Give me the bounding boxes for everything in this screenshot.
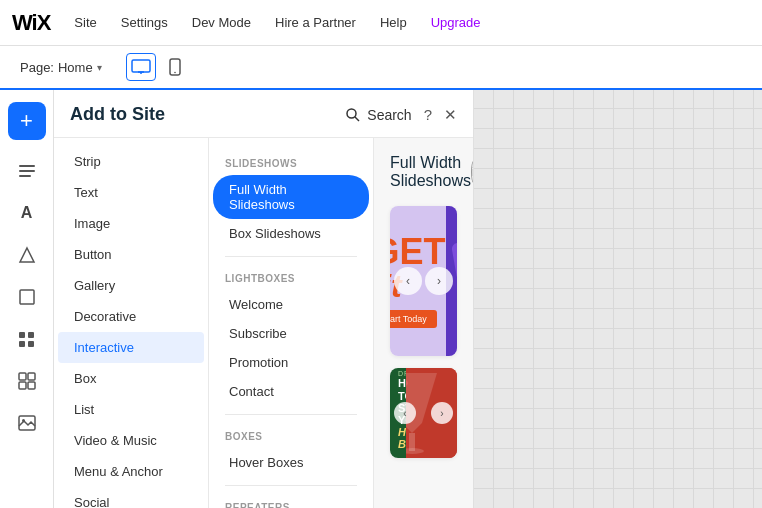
svg-line-21 <box>355 117 359 121</box>
slideshow-preview-card-2[interactable]: ‹ DRINK HOW TO STOCK YOUR Home Bar <box>390 368 457 458</box>
nav-settings[interactable]: Settings <box>121 15 168 30</box>
apps-icon[interactable] <box>8 320 46 358</box>
sub-box-slideshows[interactable]: Box Slideshows <box>213 219 369 248</box>
more-icon[interactable] <box>8 362 46 400</box>
nav-help[interactable]: Help <box>380 15 407 30</box>
svg-rect-13 <box>28 341 34 347</box>
sub-panel: SLIDESHOWS Full Width Slideshows Box Sli… <box>209 138 374 508</box>
text-icon[interactable]: A <box>8 194 46 232</box>
slideshow-prev-button[interactable]: ‹ <box>394 267 422 295</box>
section-divider-1 <box>225 256 357 257</box>
sub-subscribe[interactable]: Subscribe <box>213 319 369 348</box>
svg-rect-15 <box>28 373 35 380</box>
nav-site[interactable]: Site <box>74 15 96 30</box>
hover-prev-button[interactable]: ‹ <box>394 402 416 424</box>
cat-interactive[interactable]: Interactive <box>58 332 204 363</box>
help-icon[interactable]: ? <box>424 106 432 123</box>
preview-header: Full Width Slideshows i <box>390 154 457 190</box>
preview-area: Full Width Slideshows i ‹ GET fit Start … <box>374 138 473 508</box>
shape-icon[interactable] <box>8 278 46 316</box>
search-label: Search <box>367 107 411 123</box>
panel-header-icons: Search ? ✕ <box>345 106 457 124</box>
canvas-area <box>474 90 762 508</box>
section-title-repeaters: REPEATERS <box>209 494 373 508</box>
close-icon[interactable]: ✕ <box>444 106 457 124</box>
icon-sidebar: + A <box>0 90 54 508</box>
slideshow-next-button[interactable]: › <box>425 267 453 295</box>
cat-gallery[interactable]: Gallery <box>58 270 204 301</box>
add-button[interactable]: + <box>8 102 46 140</box>
svg-rect-14 <box>19 373 26 380</box>
cat-video-music[interactable]: Video & Music <box>58 425 204 456</box>
pages-icon[interactable] <box>8 152 46 190</box>
desktop-view-button[interactable] <box>126 53 156 81</box>
add-to-site-panel: Add to Site Search ? ✕ Strip Text Image <box>54 90 474 508</box>
cat-button[interactable]: Button <box>58 239 204 270</box>
cat-text[interactable]: Text <box>58 177 204 208</box>
panel-title: Add to Site <box>70 104 165 125</box>
svg-rect-16 <box>19 382 26 389</box>
page-selector[interactable]: Page: Home ▾ <box>12 56 110 79</box>
search-button[interactable]: Search <box>345 107 411 123</box>
section-title-slideshows: SLIDESHOWS <box>209 150 373 175</box>
chevron-down-icon: ▾ <box>97 62 102 73</box>
mobile-view-button[interactable] <box>160 53 190 81</box>
panel-body: Strip Text Image Button Gallery Decorati… <box>54 138 473 508</box>
nav-upgrade[interactable]: Upgrade <box>431 15 481 30</box>
svg-point-4 <box>174 72 176 74</box>
sub-contact[interactable]: Contact <box>213 377 369 406</box>
cat-image[interactable]: Image <box>58 208 204 239</box>
page-label: Page: <box>20 60 54 75</box>
svg-rect-12 <box>19 341 25 347</box>
svg-marker-8 <box>20 248 34 262</box>
section-divider-3 <box>225 485 357 486</box>
svg-rect-6 <box>19 170 35 172</box>
sub-hover-boxes[interactable]: Hover Boxes <box>213 448 369 477</box>
cat-list[interactable]: List <box>58 394 204 425</box>
svg-point-20 <box>347 109 356 118</box>
svg-rect-7 <box>19 175 31 177</box>
second-bar: Page: Home ▾ <box>0 46 762 90</box>
categories-list: Strip Text Image Button Gallery Decorati… <box>54 138 209 508</box>
sub-promotion[interactable]: Promotion <box>213 348 369 377</box>
svg-rect-0 <box>132 60 150 72</box>
wix-logo: WiX <box>12 10 50 36</box>
cat-menu-anchor[interactable]: Menu & Anchor <box>58 456 204 487</box>
svg-rect-9 <box>20 290 34 304</box>
nav-hire[interactable]: Hire a Partner <box>275 15 356 30</box>
svg-rect-10 <box>19 332 25 338</box>
svg-rect-11 <box>28 332 34 338</box>
svg-rect-5 <box>19 165 35 167</box>
cat-decorative[interactable]: Decorative <box>58 301 204 332</box>
page-name: Home <box>58 60 93 75</box>
slideshow-preview-image: ‹ GET fit Start Today <box>390 206 457 356</box>
cat-social[interactable]: Social <box>58 487 204 508</box>
canvas-grid <box>474 90 762 508</box>
info-icon[interactable]: i <box>471 161 473 183</box>
cat-box[interactable]: Box <box>58 363 204 394</box>
sub-full-width-slideshows[interactable]: Full Width Slideshows <box>213 175 369 219</box>
slideshow-cta-button: Start Today <box>390 310 437 328</box>
media-icon[interactable] <box>8 236 46 274</box>
nav-devmode[interactable]: Dev Mode <box>192 15 251 30</box>
hover-next-button[interactable]: › <box>431 402 453 424</box>
view-icons <box>126 53 190 81</box>
svg-rect-17 <box>28 382 35 389</box>
hover-boxes-preview-image: ‹ DRINK HOW TO STOCK YOUR Home Bar <box>390 368 457 458</box>
panel-header: Add to Site Search ? ✕ <box>54 90 473 138</box>
slideshow-get-text: GET <box>390 234 446 270</box>
image-icon[interactable] <box>8 404 46 442</box>
sub-welcome[interactable]: Welcome <box>213 290 369 319</box>
slideshow-preview-card-1[interactable]: ‹ GET fit Start Today <box>390 206 457 356</box>
section-title-boxes: BOXES <box>209 423 373 448</box>
top-nav: WiX Site Settings Dev Mode Hire a Partne… <box>0 0 762 46</box>
section-divider-2 <box>225 414 357 415</box>
preview-title: Full Width Slideshows <box>390 154 471 190</box>
main-layout: + A <box>0 90 762 508</box>
cat-strip[interactable]: Strip <box>58 146 204 177</box>
section-title-lightboxes: LIGHTBOXES <box>209 265 373 290</box>
